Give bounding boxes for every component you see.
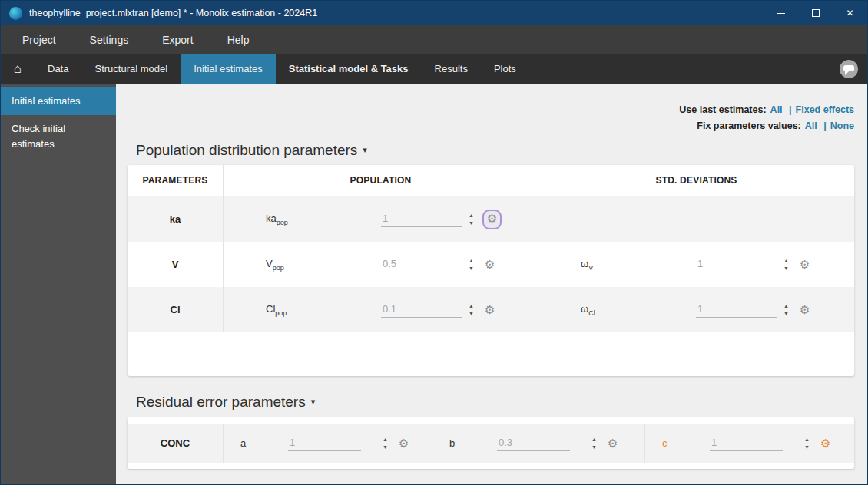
stepper-down-icon[interactable]: ▼ [467, 310, 475, 318]
estimates-actions: Use last estimates:All |Fixed effects Fi… [679, 102, 854, 134]
gear-icon[interactable]: ⚙ [800, 259, 810, 270]
gear-icon[interactable]: ⚙ [485, 304, 495, 315]
maximize-button[interactable] [798, 1, 833, 25]
tab-plots[interactable]: Plots [481, 54, 529, 84]
stepper-down-icon[interactable]: ▼ [590, 444, 598, 451]
stepper-down-icon[interactable]: ▼ [467, 219, 475, 227]
value-stepper[interactable]: ▲ ▼ [590, 436, 598, 451]
residual-section-title[interactable]: Residual error parameters▾ [136, 394, 315, 411]
window-body: Initial estimates Check initial estimate… [1, 84, 867, 485]
use-last-all-link[interactable]: All [770, 104, 783, 115]
stepper-down-icon[interactable]: ▼ [803, 444, 811, 451]
gear-icon[interactable]: ⚙ [485, 259, 495, 270]
sidebar-item-initial-estimates[interactable]: Initial estimates [1, 87, 116, 115]
error-param-label: b [449, 437, 497, 449]
population-cell-cl: Clpop ▲ ▼ ⚙ [224, 287, 538, 332]
residual-error-card: CONC a ▲ ▼ ⚙ b ▲ [128, 417, 854, 469]
param-name: V [128, 242, 224, 287]
stepper-up-icon[interactable]: ▲ [782, 257, 790, 265]
header-std-deviations: STD. DEVIATIONS [538, 165, 854, 196]
stepper-down-icon[interactable]: ▼ [381, 444, 389, 451]
value-stepper[interactable]: ▲ ▼ [782, 257, 790, 272]
pop-param-label: kapop [266, 213, 381, 226]
stepper-up-icon[interactable]: ▲ [467, 212, 475, 219]
c-value-input[interactable] [710, 435, 783, 451]
stepper-up-icon[interactable]: ▲ [803, 436, 811, 444]
sidebar-item-check-initial-estimates[interactable]: Check initial estimates [1, 115, 116, 158]
tab-initial-estimates[interactable]: Initial estimates [181, 54, 276, 84]
tab-structural-model[interactable]: Structural model [81, 54, 181, 84]
home-button[interactable]: ⌂ [1, 54, 35, 84]
std-param-label: ωV [581, 258, 696, 272]
value-stepper[interactable]: ▲ ▼ [467, 212, 475, 227]
home-icon: ⌂ [14, 61, 22, 77]
close-icon: ✕ [846, 8, 853, 18]
menu-help[interactable]: Help [210, 25, 267, 54]
tooltip-toggle-icon[interactable] [840, 60, 858, 78]
pop-param-label: Clpop [266, 303, 381, 317]
menu-export[interactable]: Export [145, 25, 210, 54]
monolix-window: theophylline_project.mlxtran [demo] * - … [0, 0, 868, 485]
stepper-up-icon[interactable]: ▲ [782, 302, 790, 310]
stepper-up-icon[interactable]: ▲ [590, 436, 598, 444]
population-section-title[interactable]: Population distribution parameters▾ [136, 142, 367, 159]
table-row-cl: Cl Clpop ▲ ▼ ⚙ ωCl ▲ [128, 287, 854, 332]
header-population: POPULATION [224, 165, 538, 196]
fix-parameters-row: Fix parameters values:All |None [679, 118, 854, 134]
caret-down-icon: ▾ [363, 145, 367, 154]
fix-none-link[interactable]: None [830, 120, 854, 131]
menubar: Project Settings Export Help [1, 25, 867, 54]
omega-cl-value-input[interactable] [696, 302, 777, 318]
value-stepper[interactable]: ▲ ▼ [782, 302, 790, 318]
output-name: CONC [128, 424, 224, 463]
error-param-label: c [662, 437, 710, 449]
gear-icon[interactable]: ⚙ [608, 437, 618, 449]
cl-pop-value-input[interactable] [381, 302, 462, 318]
omega-v-value-input[interactable] [696, 256, 777, 272]
b-value-input[interactable] [497, 435, 570, 451]
value-stepper[interactable]: ▲ ▼ [467, 302, 475, 318]
caret-down-icon: ▾ [311, 397, 316, 406]
population-parameters-card: PARAMETERS POPULATION STD. DEVIATIONS ka… [128, 165, 854, 376]
titlebar[interactable]: theophylline_project.mlxtran [demo] * - … [1, 1, 867, 25]
separator: | [823, 120, 827, 131]
ka-pop-value-input[interactable] [381, 211, 462, 227]
stepper-down-icon[interactable]: ▼ [782, 310, 790, 318]
residual-field-c: c ▲ ▼ ⚙ [645, 424, 854, 463]
separator: | [789, 104, 792, 115]
a-value-input[interactable] [288, 435, 361, 451]
stepper-up-icon[interactable]: ▲ [467, 302, 475, 310]
gear-icon[interactable]: ⚙ [820, 437, 830, 449]
v-pop-value-input[interactable] [381, 256, 462, 272]
residual-section-title-text: Residual error parameters [136, 394, 306, 410]
stepper-down-icon[interactable]: ▼ [782, 265, 790, 272]
monolix-logo-icon [9, 7, 22, 20]
stepper-up-icon[interactable]: ▲ [467, 257, 475, 265]
fix-all-link[interactable]: All [805, 120, 817, 131]
tab-data[interactable]: Data [35, 54, 81, 84]
gear-icon[interactable]: ⚙ [399, 437, 409, 449]
gear-icon[interactable]: ⚙ [487, 212, 497, 225]
window-title: theophylline_project.mlxtran [demo] * - … [29, 8, 317, 18]
tab-statistical-model-tasks[interactable]: Statistical model & Tasks [276, 54, 422, 84]
population-cell-ka: kapop ▲ ▼ ⚙ [224, 196, 538, 242]
menu-project[interactable]: Project [5, 25, 73, 54]
fix-parameters-label: Fix parameters values: [697, 120, 801, 131]
header-parameters: PARAMETERS [128, 165, 224, 196]
use-last-fixed-effects-link[interactable]: Fixed effects [796, 104, 854, 115]
menu-settings[interactable]: Settings [73, 25, 146, 54]
table-row-ka: ka kapop ▲ ▼ ⚙ [128, 196, 854, 242]
table-row-v: V Vpop ▲ ▼ ⚙ ωV ▲ [128, 242, 854, 287]
stepper-up-icon[interactable]: ▲ [381, 436, 389, 444]
gear-icon[interactable]: ⚙ [800, 304, 810, 315]
param-name: Cl [128, 287, 224, 332]
minimize-button[interactable] [764, 1, 798, 25]
value-stepper[interactable]: ▲ ▼ [803, 436, 811, 451]
residual-field-b: b ▲ ▼ ⚙ [432, 424, 645, 463]
value-stepper[interactable]: ▲ ▼ [381, 436, 389, 451]
stepper-down-icon[interactable]: ▼ [467, 265, 475, 272]
close-button[interactable]: ✕ [833, 1, 867, 25]
gear-focus-ring[interactable]: ⚙ [482, 210, 502, 229]
tab-results[interactable]: Results [422, 54, 481, 84]
value-stepper[interactable]: ▲ ▼ [467, 257, 475, 272]
